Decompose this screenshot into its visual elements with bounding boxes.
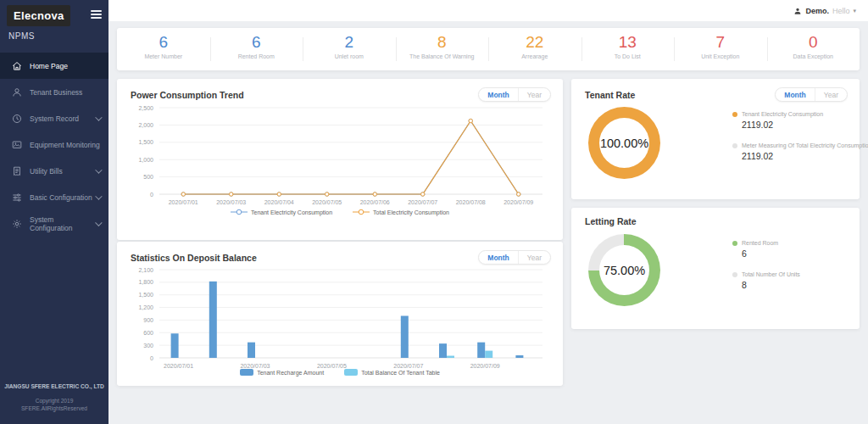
stat-value: 13: [581, 33, 675, 51]
copyright-text: Copyright 2019: [0, 397, 108, 404]
stat-value: 0: [767, 33, 860, 51]
stat-label: Unit Exception: [674, 53, 767, 59]
stat-unlet-room[interactable]: 2Unlet room: [303, 28, 396, 70]
year-toggle-button[interactable]: Year: [518, 251, 550, 264]
legend-label: Rented Room: [742, 240, 778, 246]
legend-entry-total-number-of-units: Total Number Of Units8: [732, 271, 856, 290]
sidebar-footer: JIANGSU SFERE ELECTRIC CO., LTD Copyrigh…: [0, 383, 108, 412]
rights-text: SFERE.AllRightsReserved: [0, 404, 108, 412]
sidebar-nav: Home PageTenant BusinessSystem RecordEqu…: [0, 53, 108, 237]
svg-text:2020/07/01: 2020/07/01: [164, 363, 193, 369]
sidebar-item-system-record[interactable]: System Record: [0, 105, 108, 131]
month-toggle-button[interactable]: Month: [776, 88, 815, 101]
legend-item-tenant-recharge-amount[interactable]: Tenant Recharge Amount: [240, 369, 324, 376]
legend-label: Total Number Of Units: [742, 271, 800, 277]
letting-rate-panel: Letting Rate 75.00% Rented Room6Total Nu…: [571, 208, 860, 329]
sidebar: Elecnova NPMS Home PageTenant BusinessSy…: [0, 0, 108, 424]
sidebar-item-utility-bills[interactable]: Utility Bills: [0, 158, 108, 184]
sidebar-item-basic-configuration[interactable]: Basic Configuration: [0, 184, 108, 210]
sidebar-item-label: System Record: [30, 114, 79, 123]
month-toggle-button[interactable]: Month: [479, 88, 518, 101]
svg-text:1,500: 1,500: [138, 292, 153, 298]
stat-arrearage[interactable]: 22Arrearage: [488, 28, 581, 70]
stat-meter-number[interactable]: 6Meter Number: [117, 28, 210, 70]
product-name: NPMS: [0, 26, 108, 41]
svg-text:500: 500: [143, 174, 153, 180]
clock-icon: [12, 114, 22, 124]
svg-text:2020/07/07: 2020/07/07: [393, 363, 423, 369]
legend-dot-icon: [732, 112, 737, 117]
stat-to-do-list[interactable]: 13To Do List: [581, 28, 675, 70]
stat-label: To Do List: [581, 53, 675, 59]
deposit-balance-panel: Statistics On Deposit Balance Month Year…: [117, 242, 563, 386]
username: Demo.: [805, 7, 829, 15]
svg-text:2020/07/01: 2020/07/01: [169, 199, 198, 205]
legend-label: Tenant Recharge Amount: [257, 370, 324, 376]
svg-text:900: 900: [143, 317, 153, 323]
svg-text:0: 0: [150, 192, 153, 198]
panel-title: Tenant Rate: [585, 90, 635, 100]
stat-the-balance-of-warning[interactable]: 8The Balance Of Warning: [396, 28, 489, 70]
svg-text:2020/07/05: 2020/07/05: [312, 199, 342, 205]
donut-legend: Tenant Electricity Consumption2119.02Met…: [732, 111, 856, 174]
svg-text:2020/07/06: 2020/07/06: [360, 199, 390, 205]
legend-item-tenant-electricity-consumption[interactable]: Tenant Electricity Consumption: [231, 209, 332, 215]
legend-label: Tenant Electricity Consumption: [251, 209, 332, 215]
stat-unit-exception[interactable]: 7Unit Exception: [674, 28, 767, 70]
bar-marker-icon: [344, 369, 358, 376]
tenant-rate-panel: Tenant Rate Month Year 100.00% Tenant El…: [571, 79, 860, 199]
month-toggle-button[interactable]: Month: [479, 251, 518, 264]
sidebar-item-tenant-business[interactable]: Tenant Business: [0, 79, 108, 105]
user-icon: [12, 87, 22, 98]
stat-label: Data Exception: [767, 53, 860, 59]
year-toggle-button[interactable]: Year: [815, 88, 847, 101]
legend-label: Tenant Electricity Consumption: [742, 111, 823, 117]
legend-entry-meter-measuring-of-total-electricity-consumption: Meter Measuring Of Total Electricity Con…: [732, 142, 856, 161]
svg-text:2,100: 2,100: [138, 267, 153, 273]
stat-rented-room[interactable]: 6Rented Room: [210, 28, 303, 70]
svg-text:2020/07/08: 2020/07/08: [456, 199, 486, 205]
legend-value: 2119.02: [742, 151, 856, 161]
monitor-icon: [12, 140, 22, 150]
svg-text:1,200: 1,200: [138, 304, 153, 310]
svg-text:2,000: 2,000: [138, 122, 153, 128]
letting-rate-donut-chart: 75.00%: [588, 234, 660, 306]
stat-value: 6: [117, 33, 210, 51]
top-bar: Demo. Hello ▾: [108, 0, 868, 21]
panel-title: Power Consumption Trend: [131, 90, 244, 100]
stat-label: Meter Number: [117, 53, 210, 59]
sidebar-item-home-page[interactable]: Home Page: [0, 53, 108, 79]
stat-data-exception[interactable]: 0Data Exception: [767, 28, 860, 70]
svg-text:2,500: 2,500: [138, 105, 153, 111]
chevron-down-icon: [95, 219, 102, 226]
bill-icon: [12, 166, 22, 176]
svg-text:1,000: 1,000: [138, 157, 153, 163]
sidebar-item-equipment-monitoring[interactable]: Equipment Monitoring: [0, 131, 108, 158]
sidebar-item-label: Basic Configuration: [30, 193, 92, 202]
power-consumption-trend-panel: Power Consumption Trend Month Year 05001…: [117, 79, 563, 240]
legend-item-total-electricity-consumption[interactable]: Total Electricity Consumption: [353, 209, 449, 215]
panel-title: Letting Rate: [585, 216, 637, 226]
svg-text:1,800: 1,800: [138, 279, 153, 285]
legend-label: Meter Measuring Of Total Electricity Con…: [742, 142, 868, 148]
svg-text:0: 0: [150, 355, 153, 361]
bar-marker-icon: [240, 369, 253, 376]
hamburger-menu-icon[interactable]: [91, 8, 102, 20]
stat-label: Unlet room: [303, 53, 396, 59]
svg-text:1,500: 1,500: [138, 139, 153, 145]
legend-item-total-balance-of-tenant-table[interactable]: Total Balance Of Tenant Table: [344, 369, 440, 376]
legend-dot-icon: [732, 143, 737, 148]
sidebar-item-system-configuration[interactable]: System Configuration: [0, 210, 108, 237]
legend-label: Total Electricity Consumption: [373, 209, 449, 215]
svg-text:2020/07/03: 2020/07/03: [216, 199, 246, 205]
chevron-down-icon: [95, 114, 102, 120]
gear-icon: [12, 219, 22, 229]
chevron-down-icon: [95, 166, 102, 173]
line-marker-icon: [231, 209, 248, 215]
sliders-icon: [12, 192, 22, 203]
sidebar-item-label: Home Page: [30, 62, 68, 70]
legend-entry-rented-room: Rented Room6: [732, 240, 856, 259]
year-toggle-button[interactable]: Year: [518, 88, 550, 101]
user-menu[interactable]: Demo. Hello ▾: [793, 3, 856, 19]
brand-logo: Elecnova: [7, 5, 70, 26]
